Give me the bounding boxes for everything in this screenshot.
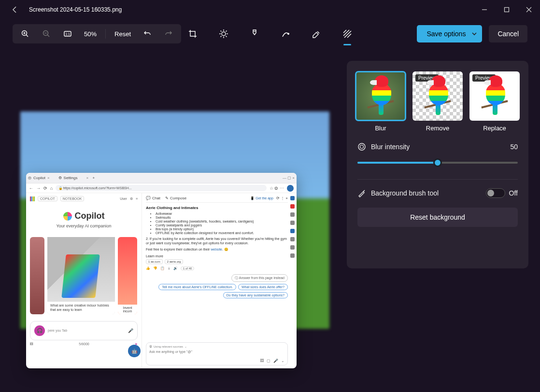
- user-label: User: [120, 197, 127, 200]
- svg-point-11: [222, 32, 226, 36]
- save-options-button[interactable]: Save options: [417, 25, 482, 42]
- ask-input: Ask me anything or type "@": [149, 350, 284, 353]
- svg-line-22: [343, 30, 346, 33]
- save-options-label: Save options: [426, 30, 466, 38]
- blur-intensity-value: 50: [510, 143, 518, 151]
- brush-toggle-state: Off: [509, 189, 518, 197]
- card-caption: What are some creative indoor hobbies th…: [47, 302, 115, 314]
- back-button[interactable]: [4, 2, 26, 17]
- svg-point-26: [358, 143, 365, 150]
- separator: [357, 179, 518, 180]
- option-replace[interactable]: Preview: [469, 71, 520, 121]
- browser-tab-copilot: ◎Copilot×: [28, 176, 50, 180]
- reset-button[interactable]: Reset: [110, 30, 136, 38]
- svg-point-27: [360, 145, 364, 149]
- copilot-tagline: Your everyday AI companion: [30, 224, 138, 228]
- copilot-brand: Copilot: [75, 211, 105, 221]
- nav-notebook: NOTEBOOK: [60, 196, 85, 201]
- brush-tool-label: Background brush tool: [371, 189, 439, 197]
- reset-background-button[interactable]: Reset background: [357, 208, 518, 227]
- svg-line-23: [343, 30, 349, 36]
- cancel-label: Cancel: [497, 30, 519, 38]
- separator: [105, 29, 106, 39]
- chat-input: pere you Tab: [48, 329, 125, 332]
- close-button[interactable]: [518, 0, 540, 19]
- window-title: Screenshot 2024-05-15 160335.png: [29, 6, 122, 13]
- reset-background-label: Reset background: [410, 213, 465, 221]
- background-tool[interactable]: [337, 24, 357, 43]
- undo-button[interactable]: [138, 26, 157, 42]
- nav-copilot: COPILOT: [38, 196, 57, 201]
- option-remove-label: Remove: [426, 125, 449, 132]
- background-panel: Blur Preview Remove Preview Replace: [347, 61, 528, 268]
- brush-icon: [357, 189, 366, 197]
- char-counter: 5/8000: [79, 342, 89, 346]
- minimize-button[interactable]: [473, 0, 496, 19]
- compose-tab: Compose: [170, 196, 186, 200]
- blur-intensity-slider[interactable]: [357, 158, 518, 168]
- svg-line-16: [221, 31, 222, 32]
- brush-toggle[interactable]: [486, 188, 505, 198]
- retouch-tool[interactable]: [275, 24, 296, 43]
- erase-tool[interactable]: [306, 24, 327, 43]
- markup-tool[interactable]: [244, 24, 265, 43]
- learn-more: Learn more: [146, 254, 288, 258]
- svg-line-19: [226, 31, 227, 32]
- svg-line-3: [26, 35, 28, 37]
- image-canvas[interactable]: ◎Copilot× ⚙Settings × + — ▢ × ←→⟳⌂ 🔒http…: [0, 48, 347, 392]
- browser-tab-settings: ⚙Settings: [58, 176, 78, 180]
- crop-tool[interactable]: [183, 24, 203, 43]
- option-replace-label: Replace: [483, 125, 506, 132]
- option-remove[interactable]: Preview: [412, 71, 463, 121]
- preview-browser-window: ◎Copilot× ⚙Settings × + — ▢ × ←→⟳⌂ 🔒http…: [26, 173, 297, 368]
- svg-text:1:1: 1:1: [65, 32, 70, 36]
- zoom-percent[interactable]: 50%: [79, 30, 101, 38]
- chevron-down-icon: [471, 31, 477, 37]
- chat-heading: Aerie Clothing and Intimates: [146, 206, 288, 210]
- blur-intensity-label: Blur intensity: [371, 143, 410, 151]
- svg-line-24: [344, 31, 351, 38]
- chat-tab: Chat: [152, 196, 160, 200]
- browser-tab-new: × +: [86, 176, 95, 180]
- blur-icon: [357, 142, 366, 151]
- maximize-button[interactable]: [496, 0, 518, 19]
- svg-line-7: [47, 35, 49, 37]
- svg-rect-1: [505, 8, 509, 12]
- address-bar: 🔒https://copilot.microsoft.com/?form=WSB…: [56, 185, 267, 191]
- user-avatar: 🎧: [34, 325, 45, 336]
- svg-point-21: [287, 33, 289, 35]
- fit-to-screen-button[interactable]: 1:1: [58, 26, 77, 42]
- option-blur-label: Blur: [375, 125, 386, 132]
- zoom-in-button[interactable]: [15, 26, 35, 42]
- zoom-out-button[interactable]: [37, 26, 56, 42]
- cancel-button[interactable]: Cancel: [489, 25, 527, 42]
- adjust-tool[interactable]: [213, 24, 234, 43]
- option-blur[interactable]: [355, 71, 406, 121]
- svg-line-18: [221, 36, 222, 37]
- redo-button[interactable]: [159, 26, 178, 42]
- svg-line-17: [226, 36, 227, 37]
